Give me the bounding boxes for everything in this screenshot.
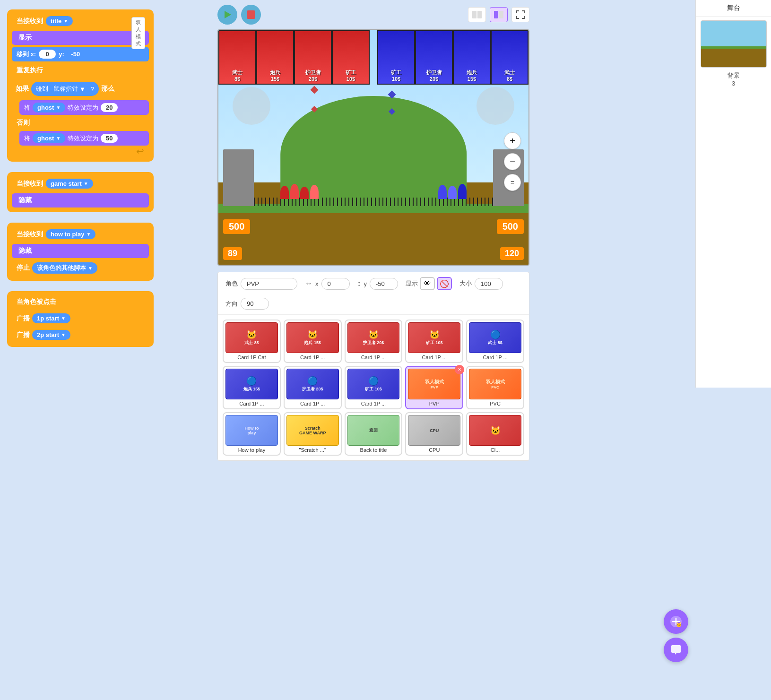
card-cost-1: 8$ — [234, 76, 240, 82]
ghost-2-dropdown[interactable]: ghost ▼ — [33, 133, 65, 143]
sprite-card-6[interactable]: 🔵 炮兵 15$ Card 1P ... — [223, 366, 281, 409]
card-thumb-2: 🐱 炮兵 15$ — [286, 322, 339, 353]
game-start-input[interactable]: game start ▼ — [46, 179, 93, 189]
sprite-name-pvp: PVP — [408, 401, 460, 406]
svg-marker-0 — [225, 11, 231, 18]
effect-val-2[interactable]: 50 — [101, 134, 118, 143]
x-value[interactable]: 0 — [321, 278, 350, 290]
when-clicked-label: 当角色被点击 — [17, 298, 56, 306]
fit-button[interactable]: = — [504, 174, 521, 191]
stop-button[interactable] — [241, 5, 261, 25]
else-block: 否则 — [12, 117, 149, 129]
sprite-card-how-to-play[interactable]: How toplay How to play — [223, 412, 281, 456]
game-card-red-3[interactable]: 护卫者 20$ — [294, 30, 332, 85]
sprite-label: 角色 — [225, 279, 238, 288]
chat-button[interactable] — [664, 638, 688, 662]
effect-val-1[interactable]: 20 — [101, 103, 118, 112]
background-label: 背景 — [696, 71, 771, 80]
code-block-how-to-play: 当接收到 how to play ▼ 隐藏 停止 该角色的其他脚本 ▼ — [7, 223, 206, 281]
svg-rect-3 — [494, 11, 498, 18]
card-thumb-3: 🐱 护卫者 20$ — [347, 322, 400, 353]
sprite-card-pvc[interactable]: 双人模式 PVC PVC — [466, 366, 524, 409]
show-eye-button[interactable]: 👁 — [420, 277, 435, 290]
size-group: 大小 100 — [459, 278, 503, 290]
ghost-1-dropdown[interactable]: ghost ▼ — [33, 103, 65, 112]
card-thumb-8: 🔵 矿工 10$ — [347, 369, 400, 399]
game-card-blue-4[interactable]: 武士 8$ — [491, 30, 528, 85]
sprite-card-cpu[interactable]: CPU CPU — [405, 412, 463, 456]
card-name-1: 武士 — [232, 69, 243, 76]
y-input[interactable]: -50 — [67, 50, 84, 59]
size-value[interactable]: 100 — [475, 278, 503, 290]
blue-team-chars — [438, 184, 467, 199]
svg-rect-1 — [472, 11, 476, 18]
when-receive-label-3: 当接收到 — [17, 230, 43, 239]
sprite-card-8[interactable]: 🔵 矿工 10$ Card 1P ... — [345, 366, 403, 409]
view-split-button[interactable] — [490, 7, 508, 22]
y-value[interactable]: -50 — [370, 278, 398, 290]
stop-dropdown[interactable]: 该角色的其他脚本 ▼ — [32, 262, 97, 274]
sprite-name-cpu: CPU — [408, 447, 460, 453]
sky-decoration-left — [233, 87, 270, 125]
game-card-red-2[interactable]: 炮兵 15$ — [256, 30, 294, 85]
code-block-title: 双人模式 当接收到 title ▼ 显示 移到 x: 0 y: -50 重复执行 — [7, 9, 206, 162]
card-thumb-scratch: ScratchGAME WARP — [286, 415, 339, 446]
broadcast-1p-start[interactable]: 1p start ▼ — [32, 313, 70, 323]
sprite-card-3[interactable]: 🐱 护卫者 20$ Card 1P ... — [345, 320, 403, 363]
sprite-name-4: Card 1P ... — [408, 354, 460, 360]
zoom-in-button[interactable]: + — [504, 132, 521, 149]
title-message-input[interactable]: title ▼ — [46, 16, 73, 26]
x-input[interactable]: 0 — [39, 50, 56, 59]
view-editor-button[interactable] — [468, 7, 486, 22]
direction-group: 方向 90 — [225, 298, 269, 310]
sprite-card-1[interactable]: 🐱 武士 8$ Card 1P Cat — [223, 320, 281, 363]
card-thumb-pvc: 双人模式 PVC — [469, 369, 521, 399]
sprite-card-scratch[interactable]: ScratchGAME WARP "Scratch ..." — [284, 412, 342, 456]
sprite-name-pvc: PVC — [469, 401, 521, 406]
delete-badge-pvp[interactable]: × — [455, 365, 464, 374]
hp-bar-left: 500 — [223, 219, 250, 234]
green-flag-button[interactable] — [217, 5, 237, 25]
sprite-name-3: Card 1P ... — [347, 354, 400, 360]
game-card-blue-1[interactable]: 矿工 10$ — [377, 30, 415, 85]
red-team-chars — [280, 184, 319, 199]
sprite-card-cl[interactable]: 🐱 Cl... — [466, 412, 524, 456]
sprite-card-4[interactable]: 🐱 矿工 10$ Card 1P ... — [405, 320, 463, 363]
sprite-name-6: Card 1P ... — [225, 401, 278, 406]
card-thumb-how-to: How toplay — [225, 415, 278, 446]
sprite-name-value[interactable]: PVP — [241, 278, 297, 290]
sprite-name-scratch: "Scratch ..." — [286, 447, 339, 453]
sprite-name-how-to: How to play — [225, 447, 278, 453]
sprite-name-7: Card 1P ... — [286, 401, 339, 406]
how-to-play-input[interactable]: how to play ▼ — [46, 229, 95, 239]
sprite-card-back-to-title[interactable]: 返回 Back to title — [345, 412, 403, 456]
stage-thumbnail[interactable] — [701, 20, 767, 68]
score-right: 120 — [500, 247, 524, 260]
direction-label: 方向 — [225, 300, 238, 308]
two-player-btn[interactable]: 双人模式 — [131, 17, 145, 49]
set-ghost-20-block: 将 ghost ▼ 特效设定为 20 — [19, 100, 149, 115]
set-ghost-50-block: 将 ghost ▼ 特效设定为 50 — [19, 131, 149, 146]
card-thumb-cpu: CPU — [408, 415, 460, 446]
hide-eye-button[interactable]: 🚫 — [437, 277, 452, 290]
sprite-card-2[interactable]: 🐱 炮兵 15$ Card 1P ... — [284, 320, 342, 363]
add-sprite-button[interactable]: 🐱 — [664, 609, 688, 634]
game-card-red-4[interactable]: 矿工 10$ — [332, 30, 370, 85]
game-card-blue-3[interactable]: 炮兵 15$ — [453, 30, 491, 85]
sprite-grid: 🐱 武士 8$ Card 1P Cat 🐱 炮兵 15$ Card 1P ...… — [218, 315, 529, 460]
curved-return: ↩ — [12, 146, 149, 157]
sprite-bottom-panel: 角色 PVP ↔ x 0 ↕ y -50 显示 👁 🚫 大小 100 方向 90 — [217, 272, 529, 461]
sprite-card-pvp[interactable]: × 双人模式 PVP PVP — [405, 366, 463, 409]
score-left: 89 — [223, 247, 242, 260]
game-card-red-1[interactable]: 武士 8$ — [218, 30, 256, 85]
zoom-out-button[interactable]: − — [504, 153, 521, 170]
sprite-card-5[interactable]: 🔵 武士 8$ Card 1P ... — [466, 320, 524, 363]
view-fullscreen-button[interactable] — [511, 7, 529, 22]
broadcast-2p-start[interactable]: 2p start ▼ — [32, 330, 70, 340]
direction-value[interactable]: 90 — [241, 298, 269, 310]
condition-block[interactable]: 碰到 鼠标指针 ▼ ? — [31, 82, 99, 96]
x-label: x — [315, 280, 319, 287]
sprite-card-7[interactable]: 🔵 护卫者 20$ Card 1P ... — [284, 366, 342, 409]
game-card-blue-2[interactable]: 护卫者 20$ — [415, 30, 453, 85]
card-thumb-back: 返回 — [347, 415, 400, 446]
